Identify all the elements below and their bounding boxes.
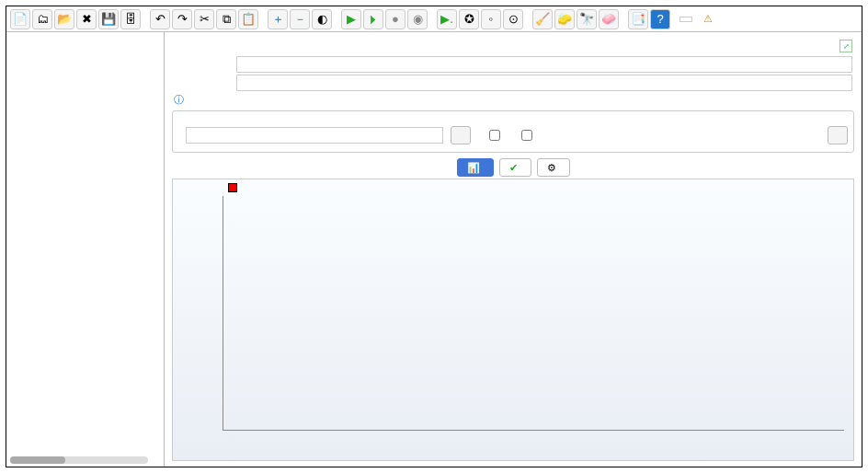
tree-panel	[6, 32, 165, 467]
start-no-timers-icon[interactable]: ⏵	[363, 9, 383, 29]
open-icon[interactable]: 📂	[54, 9, 74, 29]
expand-icon[interactable]: ＋	[268, 9, 288, 29]
expand-panel-icon[interactable]: ⤢	[839, 40, 852, 52]
app-window: 📄 🗂 📂 ✖ 💾 🗄 ↶ ↷ ✂ ⧉ 📋 ＋ － ◐ ▶ ⏵ ● ◉ ▶. ✪…	[6, 6, 862, 467]
search-icon[interactable]: 🔭	[577, 9, 597, 29]
remote-start-all-icon[interactable]: ✪	[459, 9, 479, 29]
redo-icon[interactable]: ↷	[172, 9, 192, 29]
main-panel: ⤢ ⓘ	[165, 32, 862, 467]
legend	[228, 183, 241, 192]
shutdown-icon[interactable]: ◉	[407, 9, 428, 29]
panel-title-row: ⤢	[165, 32, 862, 56]
stop-icon[interactable]: ●	[385, 9, 405, 29]
remote-stop-icon[interactable]: ◦	[481, 9, 501, 29]
info-icon: ⓘ	[174, 93, 184, 107]
elapsed-time	[680, 17, 692, 22]
chart-area	[172, 179, 854, 461]
warning-icon: ⚠	[703, 13, 713, 25]
collapse-icon[interactable]: －	[290, 9, 310, 29]
tab-settings[interactable]: ⚙	[537, 158, 570, 177]
cut-icon[interactable]: ✂	[194, 9, 214, 29]
toggle-icon[interactable]: ◐	[312, 9, 332, 29]
body: ⤢ ⓘ	[6, 32, 862, 467]
plot	[223, 196, 844, 431]
tab-chart[interactable]: 📊	[457, 158, 494, 177]
name-input[interactable]	[236, 56, 852, 73]
remote-start-icon[interactable]: ▶.	[437, 9, 457, 29]
help-icon[interactable]: ?	[650, 9, 670, 29]
templates-icon[interactable]: 🗂	[32, 9, 52, 29]
gear-icon: ⚙	[547, 162, 556, 174]
tabs: 📊 ✔ ⚙	[165, 153, 862, 179]
comments-input[interactable]	[236, 75, 852, 91]
copy-icon[interactable]: ⧉	[216, 9, 236, 29]
filename-input[interactable]	[186, 127, 443, 144]
form: ⓘ	[165, 56, 862, 107]
clear-icon[interactable]: 🧹	[532, 9, 553, 29]
reset-search-icon[interactable]: 🧼	[599, 9, 619, 29]
paste-icon[interactable]: 📋	[238, 9, 258, 29]
tab-rows[interactable]: ✔	[499, 158, 531, 177]
save-icon[interactable]: 💾	[98, 9, 119, 29]
successes-checkbox[interactable]	[521, 130, 532, 141]
remote-stop-all-icon[interactable]: ⊙	[503, 9, 523, 29]
toolbar: 📄 🗂 📂 ✖ 💾 🗄 ↶ ↷ ✂ ⧉ 📋 ＋ － ◐ ▶ ⏵ ● ◉ ▶. ✪…	[6, 6, 862, 32]
new-icon[interactable]: 📄	[10, 9, 30, 29]
configure-button[interactable]	[828, 126, 848, 144]
file-panel	[172, 110, 854, 153]
legend-swatch	[228, 183, 237, 192]
save-as-icon[interactable]: 🗄	[120, 9, 141, 29]
check-icon: ✔	[509, 162, 518, 174]
function-helper-icon[interactable]: 📑	[628, 9, 648, 29]
errors-checkbox[interactable]	[489, 130, 500, 141]
clear-all-icon[interactable]: 🧽	[554, 9, 575, 29]
undo-icon[interactable]: ↶	[150, 9, 170, 29]
close-icon[interactable]: ✖	[76, 9, 97, 29]
start-icon[interactable]: ▶	[341, 9, 361, 29]
chart-icon: 📊	[467, 162, 480, 174]
browse-button[interactable]	[451, 126, 471, 144]
tree-scrollbar[interactable]	[10, 456, 148, 464]
